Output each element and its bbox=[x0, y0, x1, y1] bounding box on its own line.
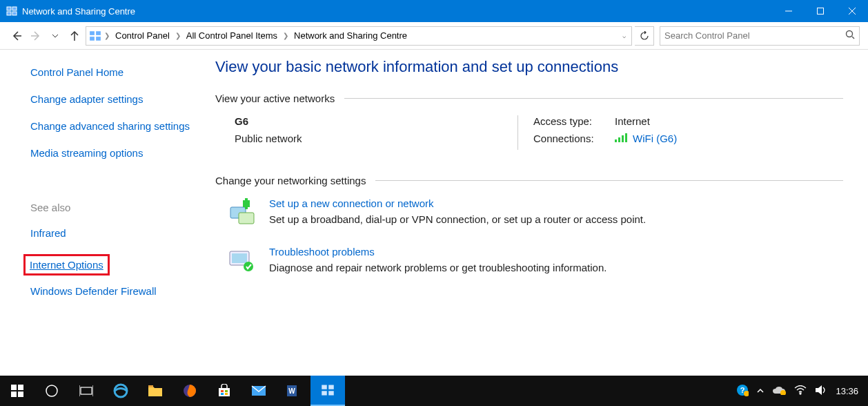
svg-rect-11 bbox=[90, 31, 95, 35]
svg-rect-37 bbox=[148, 385, 153, 387]
wifi-tray-icon[interactable] bbox=[794, 385, 807, 397]
access-type-value: Internet bbox=[615, 115, 650, 127]
troubleshoot-item: Troubleshoot problems Diagnose and repai… bbox=[228, 246, 843, 275]
svg-line-16 bbox=[852, 37, 854, 39]
highlight-internet-options: Internet Options bbox=[23, 254, 110, 276]
chevron-down-icon[interactable]: ⌵ bbox=[620, 32, 629, 39]
defender-firewall-link[interactable]: Windows Defender Firewall bbox=[30, 285, 190, 297]
tray-chevron-up-icon[interactable] bbox=[757, 386, 764, 396]
breadcrumb[interactable]: ❯ Control Panel ❯ All Control Panel Item… bbox=[86, 26, 632, 46]
taskbar: W ? 13:36 bbox=[0, 376, 868, 406]
taskbar-store[interactable] bbox=[207, 376, 241, 406]
svg-rect-29 bbox=[18, 385, 23, 390]
app-icon bbox=[6, 5, 18, 17]
recent-button[interactable] bbox=[47, 28, 63, 44]
svg-rect-26 bbox=[232, 253, 247, 263]
change-settings-header: Change your networking settings bbox=[215, 175, 843, 186]
cortana-button[interactable] bbox=[34, 376, 69, 406]
svg-rect-43 bbox=[225, 393, 228, 395]
svg-rect-18 bbox=[618, 137, 620, 142]
media-streaming-link[interactable]: Media streaming options bbox=[30, 147, 190, 159]
svg-rect-30 bbox=[11, 392, 17, 397]
troubleshoot-icon bbox=[228, 246, 257, 275]
connections-label: Connections: bbox=[533, 133, 609, 144]
window-title: Network and Sharing Centre bbox=[22, 6, 773, 17]
internet-options-link[interactable]: Internet Options bbox=[30, 259, 103, 271]
taskbar-mail[interactable] bbox=[241, 376, 276, 406]
svg-rect-13 bbox=[90, 37, 95, 41]
svg-rect-42 bbox=[221, 393, 224, 395]
taskbar-edge[interactable] bbox=[103, 376, 138, 406]
volume-tray-icon[interactable] bbox=[815, 385, 827, 398]
svg-rect-47 bbox=[322, 385, 327, 389]
troubleshoot-desc: Diagnose and repair network problems or … bbox=[269, 262, 606, 273]
control-panel-home-link[interactable]: Control Panel Home bbox=[30, 66, 190, 78]
chevron-right-icon: ❯ bbox=[283, 32, 288, 39]
chevron-right-icon: ❯ bbox=[104, 32, 110, 39]
system-tray: ? 13:36 bbox=[736, 384, 868, 398]
help-tray-icon[interactable]: ? bbox=[736, 384, 749, 398]
access-type-label: Access type: bbox=[533, 115, 609, 127]
svg-point-15 bbox=[847, 31, 853, 37]
maximize-button[interactable] bbox=[805, 0, 836, 22]
connection-link[interactable]: WiFi (G6) bbox=[633, 133, 677, 144]
clock[interactable]: 13:36 bbox=[836, 386, 858, 396]
page-heading: View your basic network information and … bbox=[215, 58, 843, 76]
back-button[interactable] bbox=[8, 28, 25, 44]
network-name: G6 bbox=[235, 115, 517, 127]
minimize-button[interactable] bbox=[773, 0, 805, 22]
svg-rect-28 bbox=[11, 385, 17, 390]
chevron-right-icon: ❯ bbox=[175, 32, 181, 39]
search-box[interactable] bbox=[660, 26, 860, 46]
taskbar-control-panel[interactable] bbox=[310, 376, 345, 406]
svg-rect-31 bbox=[18, 392, 23, 397]
svg-rect-0 bbox=[7, 7, 11, 10]
svg-rect-14 bbox=[96, 37, 101, 41]
crumb-network-sharing[interactable]: Network and Sharing Centre bbox=[291, 30, 410, 41]
setup-connection-link[interactable]: Set up a new connection or network bbox=[269, 197, 433, 209]
start-button[interactable] bbox=[0, 376, 34, 406]
change-adapter-link[interactable]: Change adapter settings bbox=[30, 93, 190, 105]
taskbar-firefox[interactable] bbox=[172, 376, 207, 406]
up-button[interactable] bbox=[66, 28, 83, 44]
svg-rect-17 bbox=[615, 139, 617, 142]
svg-point-36 bbox=[115, 385, 127, 397]
svg-rect-22 bbox=[239, 213, 254, 224]
onedrive-tray-icon[interactable] bbox=[772, 385, 786, 397]
svg-rect-49 bbox=[322, 391, 327, 395]
svg-rect-33 bbox=[81, 387, 92, 394]
forward-button[interactable] bbox=[28, 28, 44, 44]
active-network: G6 Public network Access type: Internet … bbox=[228, 115, 843, 150]
crumb-all-items[interactable]: All Control Panel Items bbox=[184, 30, 280, 41]
svg-rect-41 bbox=[225, 390, 228, 392]
breadcrumb-icon bbox=[89, 30, 101, 42]
svg-point-55 bbox=[800, 393, 801, 394]
svg-rect-5 bbox=[818, 8, 824, 14]
svg-rect-1 bbox=[12, 7, 17, 10]
sidebar: Control Panel Home Change adapter settin… bbox=[0, 50, 207, 376]
taskbar-word[interactable]: W bbox=[276, 376, 310, 406]
network-type: Public network bbox=[235, 133, 517, 144]
infrared-link[interactable]: Infrared bbox=[30, 227, 190, 239]
crumb-control-panel[interactable]: Control Panel bbox=[112, 30, 172, 41]
search-input[interactable] bbox=[664, 30, 845, 41]
setup-connection-icon bbox=[228, 197, 257, 226]
svg-rect-12 bbox=[96, 31, 101, 35]
svg-rect-19 bbox=[622, 135, 624, 142]
troubleshoot-link[interactable]: Troubleshoot problems bbox=[269, 246, 375, 258]
svg-rect-24 bbox=[245, 198, 248, 209]
svg-text:W: W bbox=[288, 387, 295, 395]
refresh-button[interactable] bbox=[635, 26, 654, 46]
task-view-button[interactable] bbox=[69, 376, 103, 406]
taskbar-explorer[interactable] bbox=[138, 376, 172, 406]
change-advanced-sharing-link[interactable]: Change advanced sharing settings bbox=[30, 120, 190, 132]
svg-rect-2 bbox=[7, 12, 11, 15]
address-bar: ❯ Control Panel ❯ All Control Panel Item… bbox=[0, 22, 868, 50]
wifi-signal-icon bbox=[615, 133, 627, 144]
svg-rect-3 bbox=[12, 12, 17, 15]
active-networks-header: View your active networks bbox=[215, 93, 843, 104]
search-icon[interactable] bbox=[845, 30, 855, 41]
close-button[interactable] bbox=[836, 0, 868, 22]
svg-rect-39 bbox=[219, 388, 230, 396]
svg-rect-40 bbox=[221, 390, 224, 392]
